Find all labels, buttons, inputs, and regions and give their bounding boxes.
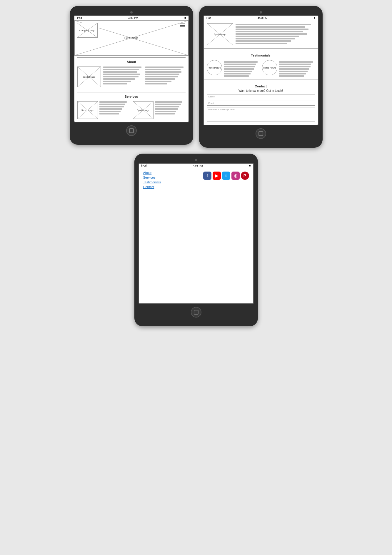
service-card-1: Sports Image	[77, 101, 130, 119]
logo-label: Company Logo	[79, 29, 95, 32]
about-sports-image: Sports Image	[77, 67, 101, 87]
status-center-2: 4:03 PM	[258, 16, 268, 19]
about-section: About Sports Image	[74, 56, 189, 90]
testimonial-2: Profile Picture	[262, 60, 315, 77]
social-icons: f ▶ t ◎ P	[203, 172, 249, 180]
status-bar-2: iPod 4:03 PM ■	[204, 16, 318, 20]
twitter-icon[interactable]: t	[222, 172, 230, 180]
status-center-3: 4:03 PM	[193, 164, 203, 167]
status-left-3: iPod	[141, 164, 147, 167]
about-title: About	[77, 57, 186, 65]
top-text	[236, 23, 315, 45]
home-button-inner-2	[258, 131, 263, 136]
camera-dot-3	[195, 159, 197, 161]
hero-label: Hero Image	[124, 36, 138, 39]
message-field[interactable]: Write your message here	[207, 107, 315, 122]
about-text-col-1	[103, 67, 144, 87]
profile-label-2: Profile Picture	[263, 67, 276, 69]
device-1-screen: iPod 4:03 PM ■ Company Logo	[74, 15, 189, 122]
nav-links: About Services Testimonials Contact	[143, 171, 161, 189]
service-2-label: Sports Image	[137, 109, 149, 111]
home-button-3[interactable]	[191, 307, 201, 318]
screen-2-content: Sports Image Testimonials	[204, 20, 318, 125]
hamburger-menu[interactable]	[180, 24, 185, 27]
blank-content-area	[139, 192, 253, 303]
device-3-row: iPod 4:03 PM ■ About Services Testimonia…	[6, 154, 386, 326]
profile-circle-2: Profile Picture	[262, 60, 277, 75]
home-button-2[interactable]	[256, 128, 266, 139]
service-2-image: Sports Image	[133, 101, 154, 119]
screen-3-content: About Services Testimonials Contact f ▶ …	[139, 168, 253, 303]
home-button-inner-1	[129, 128, 134, 133]
testimonials-section: Testimonials Profile Picture	[204, 49, 318, 79]
status-left-2: iPod	[206, 16, 211, 19]
services-grid: Sports Image	[77, 101, 186, 119]
profile-label-1: Profile Picture	[208, 67, 221, 69]
nav-link-services[interactable]: Services	[143, 176, 161, 179]
contact-section: Contact Want to know more? Get in touch!…	[204, 79, 318, 125]
testimonials-title: Testimonials	[207, 51, 315, 58]
device-1-top	[74, 11, 189, 14]
contact-title: Contact	[207, 82, 315, 89]
home-button-1[interactable]	[126, 125, 137, 136]
instagram-icon[interactable]: ◎	[231, 172, 240, 180]
company-logo-box: Company Logo	[77, 23, 98, 38]
contact-form: Name Email Write your message here	[207, 94, 315, 122]
service-2-text	[155, 101, 186, 119]
nav-menu: About Services Testimonials Contact f ▶ …	[139, 168, 253, 192]
device-2-top	[203, 11, 318, 14]
facebook-icon[interactable]: f	[203, 172, 211, 180]
top-row: Sports Image	[204, 20, 318, 49]
hamburger-line-1	[180, 24, 185, 24]
status-right-3: ■	[249, 164, 251, 167]
status-bar-3: iPod 4:03 PM ■	[139, 164, 253, 168]
about-text-col-2	[145, 67, 186, 87]
testimonial-1: Profile Picture	[207, 60, 260, 77]
status-right-1: ■	[184, 16, 186, 19]
contact-subtitle: Want to know more? Get in touch!	[207, 89, 315, 92]
device-3-top	[139, 159, 254, 161]
email-field[interactable]: Email	[207, 101, 315, 106]
status-center-1: 4:03 PM	[128, 16, 138, 19]
service-1-label: Sports Image	[81, 109, 94, 111]
service-card-2: Sports Image	[133, 101, 186, 119]
youtube-icon[interactable]: ▶	[213, 172, 221, 180]
services-title: Services	[77, 92, 186, 99]
camera-dot-1	[130, 11, 133, 14]
top-sports-image: Sports Image	[207, 23, 233, 45]
service-1-text	[99, 101, 130, 119]
testimonial-2-text	[279, 60, 315, 77]
about-text-columns	[103, 67, 186, 87]
device-2: iPod 4:03 PM ■ Sports Image	[199, 6, 323, 148]
service-1-image: Sports Image	[77, 101, 98, 119]
testimonials-grid: Profile Picture	[207, 60, 315, 77]
device-3: iPod 4:03 PM ■ About Services Testimonia…	[134, 154, 258, 326]
nav-link-testimonials[interactable]: Testimonials	[143, 180, 161, 184]
device-3-screen: iPod 4:03 PM ■ About Services Testimonia…	[139, 163, 254, 304]
testimonial-1-text	[224, 60, 260, 77]
hero-image-area: Company Logo Hero Image	[74, 20, 189, 56]
screen-1-content: Company Logo Hero Image About	[74, 20, 189, 122]
home-button-inner-3	[194, 310, 198, 315]
name-field[interactable]: Name	[207, 94, 315, 99]
status-right-2: ■	[314, 16, 315, 19]
nav-link-contact[interactable]: Contact	[143, 185, 161, 189]
camera-dot-2	[260, 11, 262, 14]
nav-link-about[interactable]: About	[143, 171, 161, 175]
hamburger-line-3	[180, 26, 185, 27]
top-image-label: Sports Image	[214, 33, 226, 35]
device-2-screen: iPod 4:03 PM ■ Sports Image	[203, 15, 318, 125]
profile-circle-1: Profile Picture	[207, 60, 222, 75]
status-left-1: iPod	[77, 16, 82, 19]
about-image-label: Sports Image	[83, 76, 95, 78]
pinterest-icon[interactable]: P	[241, 172, 249, 180]
services-section: Services Sports Image	[74, 90, 189, 122]
about-row: Sports Image	[77, 67, 186, 87]
hamburger-line-2	[180, 25, 185, 26]
device-1: iPod 4:03 PM ■ Company Logo	[70, 6, 193, 145]
status-bar-1: iPod 4:03 PM ■	[74, 16, 189, 20]
